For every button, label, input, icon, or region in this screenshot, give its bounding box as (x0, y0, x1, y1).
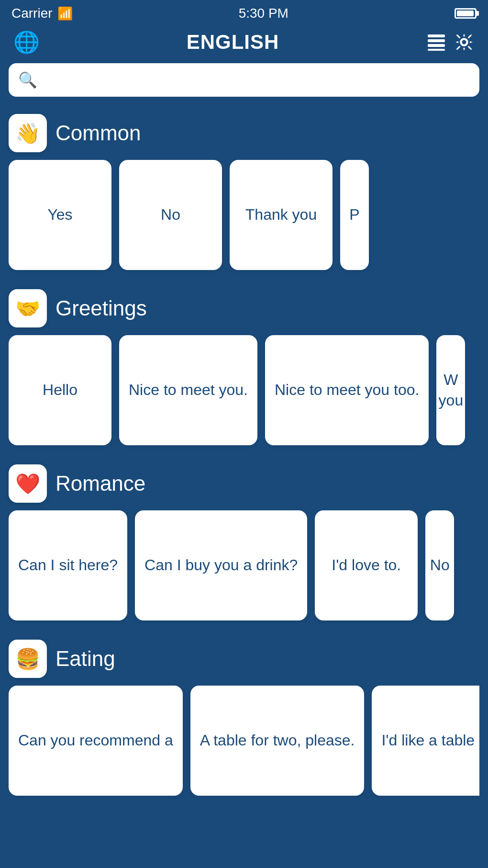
app-header: 🌐 ENGLISH (0, 25, 488, 63)
phrase-card[interactable]: A table for two, please. (190, 686, 365, 796)
section-header-eating: 🍔 Eating (9, 640, 479, 678)
settings-icon[interactable] (454, 32, 475, 53)
phrase-text: I'd love to. (332, 555, 401, 575)
search-container: 🔍 (0, 63, 488, 105)
section-title-common: Common (55, 121, 141, 145)
eating-phrases-row: Can you recommend a A table for two, ple… (9, 686, 479, 806)
phrase-card[interactable]: No (119, 160, 222, 270)
svg-rect-0 (428, 34, 445, 37)
svg-rect-2 (428, 44, 445, 47)
wifi-icon: 📶 (57, 6, 73, 21)
section-romance: ❤️ Romance Can I sit here? Can I buy you… (0, 456, 488, 631)
phrase-text: Can I sit here? (18, 555, 118, 575)
status-time: 5:30 PM (239, 6, 288, 21)
phrase-card-partial[interactable]: No (425, 510, 454, 620)
phrase-text: Can I buy you a drink? (144, 555, 298, 575)
svg-rect-1 (428, 39, 445, 42)
section-header-common: 👋 Common (9, 114, 479, 152)
eating-icon: 🍔 (9, 640, 47, 678)
status-right (455, 8, 477, 19)
status-left: Carrier 📶 (11, 6, 73, 21)
phrase-card[interactable]: Yes (9, 160, 111, 270)
phrase-text: A table for two, please. (200, 730, 355, 751)
header-actions (426, 32, 475, 53)
phrase-text: W you (439, 370, 464, 411)
svg-point-5 (461, 39, 467, 45)
battery-icon (455, 8, 477, 19)
phrase-card[interactable]: Hello (9, 335, 111, 445)
carrier-label: Carrier (11, 6, 53, 21)
phrase-card-partial[interactable]: W you (436, 335, 465, 445)
app-title: ENGLISH (187, 31, 279, 54)
section-eating: 🍔 Eating Can you recommend a A table for… (0, 631, 488, 806)
section-header-romance: ❤️ Romance (9, 464, 479, 503)
phrase-text: No (161, 204, 180, 225)
common-icon: 👋 (9, 114, 47, 152)
section-title-romance: Romance (55, 472, 145, 496)
phrase-text: No (430, 555, 450, 575)
phrase-card[interactable]: I'd love to. (315, 510, 418, 620)
phrase-text: Hello (43, 380, 78, 400)
phrase-card[interactable]: Can I sit here? (9, 510, 127, 620)
phrase-text: Can you recommend a (18, 730, 173, 751)
section-common: 👋 Common Yes No Thank you P (0, 105, 488, 281)
greetings-phrases-row: Hello Nice to meet you. Nice to meet you… (9, 335, 479, 456)
section-header-greetings: 🤝 Greetings (9, 289, 479, 327)
section-title-eating: Eating (55, 647, 115, 671)
svg-rect-3 (428, 49, 445, 51)
status-bar: Carrier 📶 5:30 PM (0, 0, 488, 25)
greetings-icon: 🤝 (9, 289, 47, 327)
romance-phrases-row: Can I sit here? Can I buy you a drink? I… (9, 510, 479, 631)
search-icon: 🔍 (18, 71, 37, 89)
phrase-card[interactable]: I'd like a table by the (372, 686, 479, 796)
phrase-text: Nice to meet you. (129, 380, 248, 400)
phrase-card[interactable]: Nice to meet you too. (265, 335, 429, 445)
search-input[interactable] (44, 72, 470, 88)
romance-icon: ❤️ (9, 464, 47, 503)
globe-icon[interactable]: 🌐 (13, 30, 40, 55)
phrase-card[interactable]: Can I buy you a drink? (135, 510, 307, 620)
phrase-card-partial[interactable]: P (340, 160, 369, 270)
phrase-text: Thank you (245, 204, 317, 225)
phrase-card[interactable]: Nice to meet you. (119, 335, 257, 445)
phrase-card[interactable]: Can you recommend a (9, 686, 183, 796)
phrase-text: I'd like a table by the (381, 730, 479, 751)
section-greetings: 🤝 Greetings Hello Nice to meet you. Nice… (0, 281, 488, 456)
common-phrases-row: Yes No Thank you P (9, 160, 479, 281)
phrase-text: P (349, 204, 359, 225)
phrase-card[interactable]: Thank you (230, 160, 333, 270)
phrase-text: Yes (47, 204, 72, 225)
section-title-greetings: Greetings (55, 296, 147, 320)
list-icon[interactable] (426, 32, 447, 53)
phrase-text: Nice to meet you too. (275, 380, 419, 400)
search-bar[interactable]: 🔍 (9, 63, 479, 97)
